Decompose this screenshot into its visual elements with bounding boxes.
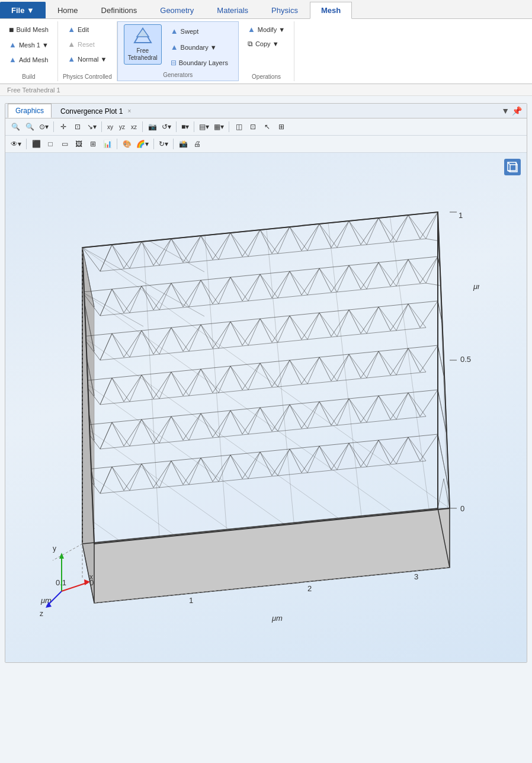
boundary-layers-button[interactable]: ⊟ Boundary Layers <box>166 56 232 69</box>
tab-definitions[interactable]: Definitions <box>90 2 149 18</box>
group-physics-controlled: ▲ Edit ▲ Reset ▲ Normal ▼ Physics Contro… <box>58 21 117 81</box>
btn-r1[interactable]: ◫ <box>232 120 245 133</box>
colormap-btn[interactable]: 🌈▾ <box>134 137 150 150</box>
btn-r2[interactable]: ⊡ <box>246 120 259 133</box>
eye-button[interactable]: 👁▾ <box>9 137 23 150</box>
y-unit-label: μm <box>473 282 479 291</box>
mesh1-button[interactable]: ▲ Mesh 1 ▼ <box>5 38 53 52</box>
edit-button[interactable]: ▲ Edit <box>63 23 111 36</box>
free-tetrahedral-button[interactable]: FreeTetrahedral <box>124 24 162 65</box>
svg-marker-176 <box>438 479 450 508</box>
tab-graphics[interactable]: Graphics <box>8 104 52 118</box>
tab-dropdown-icon[interactable]: ▼ <box>501 106 509 116</box>
tab-mesh[interactable]: Mesh <box>310 2 352 19</box>
corner-nav-cube[interactable] <box>504 159 521 175</box>
svg-marker-160 <box>130 464 159 490</box>
svg-text:y: y <box>53 544 56 553</box>
tab-geometry[interactable]: Geometry <box>149 2 205 18</box>
btn-r4[interactable]: ⊞ <box>275 120 288 133</box>
convergence-close-icon[interactable]: × <box>127 108 131 114</box>
btn-r3[interactable]: ↖ <box>261 120 274 133</box>
svg-marker-148 <box>100 422 130 449</box>
tab-convergence-plot[interactable]: Convergence Plot 1 × <box>53 104 139 118</box>
svg-marker-162 <box>189 458 219 485</box>
chart-btn[interactable]: 📊 <box>101 137 114 150</box>
svg-marker-168 <box>367 440 396 467</box>
paint-btn[interactable]: 🎨 <box>120 137 133 150</box>
svg-marker-110 <box>337 221 367 248</box>
build-mesh-button[interactable]: ■ Build Mesh <box>5 23 53 37</box>
rotate2-btn[interactable]: ↻▾ <box>157 137 170 150</box>
render-btn2[interactable]: ▦▾ <box>212 120 226 133</box>
tab-home[interactable]: Home <box>46 2 89 18</box>
ribbon-toolbar: ■ Build Mesh ▲ Mesh 1 ▼ ▲ Add Mesh Build <box>0 19 532 84</box>
svg-marker-129 <box>189 325 219 351</box>
tab-file[interactable]: File ▼ <box>0 2 46 18</box>
svg-marker-116 <box>159 283 189 310</box>
wire-btn[interactable]: □ <box>44 137 57 150</box>
viewport[interactable]: 1 0.5 0 μm 1 2 3 μm 0.1 0 μm y x <box>5 153 527 662</box>
add-mesh-button[interactable]: ▲ Add Mesh <box>5 53 53 66</box>
zoom-out-button[interactable]: 🔍 <box>23 120 36 133</box>
svg-marker-154 <box>278 405 307 431</box>
svg-marker-130 <box>219 322 248 348</box>
zoom-in-button[interactable]: 🔍 <box>9 120 22 133</box>
svg-marker-142 <box>248 363 278 390</box>
generators-group-label: Generators <box>163 72 193 78</box>
yz-view-button[interactable]: yz <box>117 120 127 133</box>
toolbar-row1: 🔍 🔍 ⊙▾ ✛ ⊡ ↘▾ xy yz xz 📷 ↺▾ ■▾ ▤▾ ▦▾ ◫ ⊡… <box>5 118 527 136</box>
pan-button[interactable]: ✛ <box>57 120 70 133</box>
svg-line-22 <box>265 217 299 573</box>
svg-marker-196 <box>59 553 64 559</box>
svg-marker-131 <box>248 319 278 345</box>
tab-materials[interactable]: Materials <box>206 2 259 18</box>
solid-view-button[interactable]: ■▾ <box>180 120 191 133</box>
svg-marker-166 <box>307 446 337 473</box>
reset-button[interactable]: ▲ Reset <box>63 37 111 51</box>
cursor-button[interactable]: ↘▾ <box>85 120 98 133</box>
solid-btn2[interactable]: ⬛ <box>30 137 43 150</box>
boundary-button[interactable]: ▲ Boundary ▼ <box>166 40 232 54</box>
select-box-button[interactable]: ⊡ <box>71 120 84 133</box>
normal-icon: ▲ <box>68 54 75 63</box>
zoom-fit-button[interactable]: ⊙▾ <box>37 120 50 133</box>
svg-marker-105 <box>189 236 219 262</box>
svg-marker-150 <box>159 416 189 443</box>
mesh-display: 1 0.5 0 μm 1 2 3 μm 0.1 0 μm y x <box>35 177 479 627</box>
svg-marker-149 <box>130 419 159 446</box>
svg-marker-126 <box>100 334 130 360</box>
tab-physics[interactable]: Physics <box>260 2 309 18</box>
ribbon: File ▼ Home Definitions Geometry Materia… <box>0 0 532 84</box>
render-btn1[interactable]: ▤▾ <box>197 120 211 133</box>
group-build: ■ Build Mesh ▲ Mesh 1 ▼ ▲ Add Mesh Build <box>0 21 58 81</box>
hidden-btn[interactable]: ▭ <box>58 137 71 150</box>
status-text: Free Tetrahedral 1 <box>7 86 60 94</box>
svg-marker-1 <box>137 28 149 37</box>
modify-button[interactable]: ▲ Modify ▼ <box>243 23 289 36</box>
svg-marker-107 <box>248 230 278 257</box>
tab-actions: ▼ 📌 <box>499 106 524 116</box>
svg-marker-114 <box>100 289 130 316</box>
print-btn[interactable]: 🖨 <box>191 137 204 150</box>
normal-button[interactable]: ▲ Normal ▼ <box>63 52 111 66</box>
screenshot-btn[interactable]: 📸 <box>177 137 190 150</box>
svg-marker-138 <box>130 375 159 402</box>
svg-marker-139 <box>159 372 189 399</box>
svg-marker-121 <box>307 268 337 295</box>
tab-pin-icon[interactable]: 📌 <box>512 106 522 116</box>
copy-button[interactable]: ⧉ Copy ▼ <box>243 37 289 50</box>
rotate-button[interactable]: ↺▾ <box>160 120 173 133</box>
xy-view-button[interactable]: xy <box>105 120 116 133</box>
toolbar-row2: 👁▾ ⬛ □ ▭ 🖼 ⊞ 📊 🎨 🌈▾ ↻▾ 📸 🖨 <box>5 136 527 153</box>
group-generators: FreeTetrahedral ▲ Swept ▲ Boundary ▼ ⊟ B… <box>117 21 239 81</box>
xz-view-button[interactable]: xz <box>129 120 139 133</box>
grid2-btn[interactable]: ⊞ <box>86 137 100 150</box>
camera-button[interactable]: 📷 <box>146 120 159 133</box>
svg-marker-135 <box>367 307 396 334</box>
swept-button[interactable]: ▲ Swept <box>166 24 232 38</box>
free-tet-icon <box>133 27 152 46</box>
image-btn[interactable]: 🖼 <box>72 137 85 150</box>
graphics-tabbar: Graphics Convergence Plot 1 × ▼ 📌 <box>5 104 527 118</box>
svg-marker-117 <box>189 280 219 307</box>
svg-text:z: z <box>40 610 43 618</box>
